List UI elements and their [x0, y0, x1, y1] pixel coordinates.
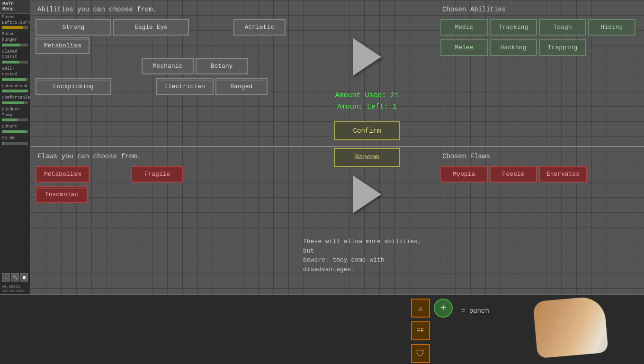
health-stat: Unhurt: [0, 123, 30, 135]
comfort-stat: Comfortable: [0, 94, 30, 106]
burden-stat: Unburdened: [0, 83, 30, 95]
chosen-flaws-grid: Myopia Feeble Enervated: [436, 164, 644, 184]
action-icon-3[interactable]: 🛡: [411, 344, 430, 363]
flaw-metabolism[interactable]: Metabolism: [36, 166, 89, 182]
ability-athletic[interactable]: Athletic: [233, 19, 286, 36]
abilities-arrow: [353, 38, 381, 76]
thirst-stat: Slaked thirst: [0, 48, 30, 65]
chosen-flaws-panel: Chosen Flaws Myopia Feeble Enervated: [436, 147, 644, 242]
sidebar-icon-1[interactable]: ⚔: [2, 273, 10, 282]
center-panel: Amount Used: 21 Amount Left: 1 Confirm R…: [298, 0, 436, 294]
flaws-arrow: [353, 175, 381, 213]
action-icons: ⚔ + = punch FF 🛡 📦: [411, 299, 489, 364]
menu-title[interactable]: Main Menu: [0, 0, 30, 14]
flaws-description: These will allow more abilities, but bew…: [298, 232, 436, 279]
chosen-hiding[interactable]: Hiding: [588, 19, 635, 36]
rest-stat: Well-rested: [0, 65, 30, 82]
ability-eagle-eye[interactable]: Eagle Eye: [113, 19, 189, 36]
chosen-flaws-title: Chosen Flaws: [436, 147, 644, 164]
chosen-feeble[interactable]: Feeble: [490, 166, 537, 182]
flaw-fragile[interactable]: Fragile: [131, 166, 183, 182]
sidebar-icon-2[interactable]: 🔧: [11, 273, 19, 282]
amount-info: Amount Used: 21 Amount Left: 1: [335, 90, 399, 113]
hand-image: [533, 296, 608, 359]
sidebar-icon-3[interactable]: 📋: [20, 273, 28, 282]
action-icon-circle[interactable]: +: [434, 299, 453, 318]
ability-mechanic[interactable]: Mechanic: [142, 58, 194, 74]
ability-electrician[interactable]: Electrician: [156, 78, 214, 95]
confirm-button[interactable]: Confirm: [334, 121, 400, 140]
ability-lockpicking[interactable]: Lockpicking: [36, 78, 111, 95]
version-text: v0.9952b 11/14/2014: [0, 283, 30, 294]
abilities-panel: Abilities you can choose from. Strong Ea…: [31, 0, 298, 137]
flaws-grid: Metabolism Fragile Insomniac: [31, 164, 298, 205]
sidebar: Main Menu Moves Left:5.00/4 Sated hunger…: [0, 0, 31, 294]
abilities-title: Abilities you can choose from.: [31, 0, 298, 17]
chosen-trapping[interactable]: Trapping: [539, 39, 586, 56]
chosen-hacking[interactable]: Hacking: [490, 39, 537, 56]
bottom-bar: ⚔ + = punch FF 🛡 📦: [0, 294, 644, 364]
moves-left-stat: Moves Left:5.00/4: [0, 14, 30, 31]
ability-strong[interactable]: Strong: [36, 19, 111, 36]
chosen-tracking[interactable]: Tracking: [490, 19, 537, 36]
temp-stat: Outdoor Temp: [0, 106, 30, 123]
chosen-abilities-grid: Medic Tracking Tough Hiding Melee Hackin…: [436, 17, 644, 58]
chosen-abilities-title: Chosen Abilities: [436, 0, 644, 17]
ability-metabolism[interactable]: Metabolism: [36, 37, 89, 54]
main-area: Abilities you can choose from. Strong Ea…: [31, 0, 644, 294]
action-icon-1[interactable]: ⚔: [411, 299, 430, 318]
main-grid: Abilities you can choose from. Strong Ea…: [31, 0, 644, 294]
flaws-title: Flaws you can choose from.: [31, 147, 298, 164]
chosen-medic[interactable]: Medic: [440, 19, 488, 36]
ability-botany[interactable]: Botany: [196, 58, 248, 74]
punch-label: = punch: [461, 307, 489, 315]
chosen-enervated[interactable]: Enervated: [539, 166, 587, 182]
flaw-insomniac[interactable]: Insomniac: [36, 186, 88, 203]
chosen-abilities-panel: Chosen Abilities Medic Tracking Tough Hi…: [436, 0, 644, 137]
chosen-melee[interactable]: Melee: [440, 39, 488, 56]
abilities-grid: Strong Eagle Eye Athletic Metabolism Mec…: [31, 17, 298, 97]
hunger-stat: Sated hunger: [0, 31, 30, 48]
ability-ranged[interactable]: Ranged: [215, 78, 268, 95]
sidebar-icon-bar: ⚔ 🔧 📋: [0, 271, 30, 283]
action-icon-2[interactable]: FF: [411, 321, 430, 340]
chosen-tough[interactable]: Tough: [539, 19, 586, 36]
chosen-myopia[interactable]: Myopia: [440, 166, 488, 182]
random-button[interactable]: Random: [334, 148, 400, 167]
flaws-panel: Flaws you can choose from. Metabolism Fr…: [31, 147, 298, 284]
money-stat: $0.00: [0, 135, 30, 147]
